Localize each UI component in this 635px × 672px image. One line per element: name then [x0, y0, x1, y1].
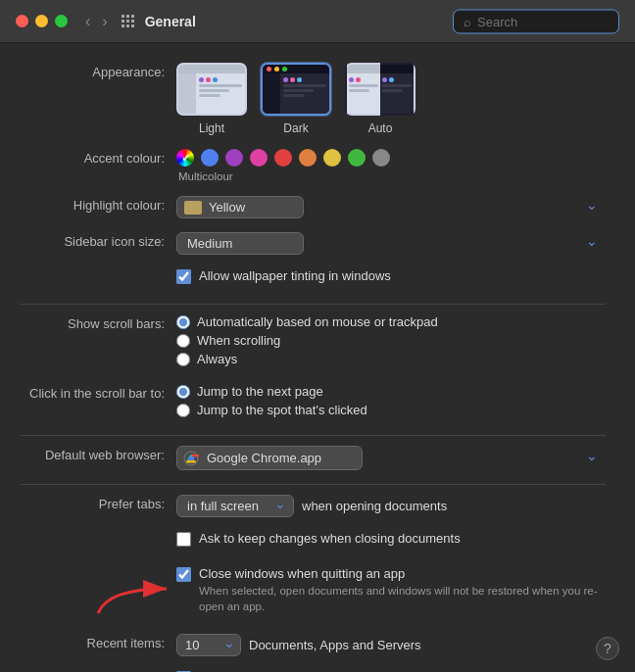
appearance-label-dark: Dark: [283, 121, 308, 135]
prefer-tabs-select[interactable]: in full screen always never: [176, 495, 294, 517]
default-web-browser-content: Google Chrome.app Safari Firefox: [176, 446, 606, 470]
appearance-label: Appearance:: [20, 63, 176, 79]
titlebar: ‹ › General ⌕: [0, 0, 635, 43]
click-spot-label: Jump to the spot that's clicked: [197, 403, 367, 417]
highlight-colour-select[interactable]: Yellow Blue Purple Pink Red Orange Green…: [176, 196, 304, 218]
highlight-colour-label: Highlight colour:: [20, 196, 176, 213]
recent-items-stepper-wrapper[interactable]: 5 10 15 20 30 50 None: [176, 634, 241, 656]
accent-colour-row: Accent colour: Multicolour: [20, 149, 606, 182]
default-web-browser-label: Default web browser:: [20, 446, 176, 462]
appearance-thumb-auto[interactable]: [345, 63, 415, 116]
accent-purple[interactable]: [225, 149, 243, 167]
sidebar-icon-size-select-wrapper[interactable]: Small Medium Large: [176, 232, 606, 255]
accent-graphite[interactable]: [372, 149, 390, 167]
separator-2: [20, 435, 606, 436]
accent-green[interactable]: [348, 149, 366, 167]
search-input[interactable]: [477, 14, 595, 28]
recent-items-suffix: Documents, Apps and Servers: [249, 638, 421, 652]
click-scroll-bar-row: Click in the scroll bar to: Jump to the …: [20, 384, 606, 421]
scroll-bars-always-row: Always: [176, 352, 606, 366]
appearance-option-light[interactable]: Light: [176, 63, 247, 135]
search-bar[interactable]: ⌕: [453, 9, 619, 33]
click-next-page-radio[interactable]: [176, 385, 190, 399]
sidebar-icon-size-label: Sidebar icon size:: [20, 232, 176, 249]
recent-items-row: Recent items: 5 10 15 20 30 50 None: [20, 634, 606, 656]
back-button[interactable]: ‹: [81, 11, 94, 32]
accent-blue[interactable]: [201, 149, 219, 167]
prefer-tabs-select-wrapper[interactable]: in full screen always never: [176, 495, 294, 517]
accent-pink[interactable]: [250, 149, 268, 167]
wallpaper-tinting-checkbox-row: Allow wallpaper tinting in windows: [176, 268, 606, 284]
accent-multicolour[interactable]: [176, 149, 194, 167]
ask-keep-changes-checkbox-row: Ask to keep changes when closing documen…: [176, 531, 606, 547]
scroll-bars-options: Automatically based on mouse or trackpad…: [176, 314, 606, 370]
prefer-tabs-label: Prefer tabs:: [20, 495, 176, 511]
scroll-bars-scrolling-radio[interactable]: [176, 334, 190, 348]
ask-keep-changes-row: Ask to keep changes when closing documen…: [20, 531, 606, 552]
window-title: General: [145, 14, 196, 29]
recent-items-select[interactable]: 5 10 15 20 30 50 None: [176, 634, 241, 656]
accent-colour-sublabel: Multicolour: [178, 170, 606, 182]
scroll-bars-auto-radio[interactable]: [176, 315, 190, 329]
click-next-page-row: Jump to the next page: [176, 384, 606, 399]
sidebar-icon-size-select[interactable]: Small Medium Large: [176, 232, 304, 255]
recent-items-inline: 5 10 15 20 30 50 None Documents, Apps an…: [176, 634, 606, 656]
close-windows-checkbox[interactable]: [176, 567, 191, 582]
traffic-lights: [16, 15, 68, 27]
accent-colour-label: Accent colour:: [20, 149, 176, 166]
separator-1: [20, 304, 606, 305]
appearance-option-auto[interactable]: Auto: [345, 63, 415, 135]
click-scroll-bar-label: Click in the scroll bar to:: [20, 384, 176, 401]
appearance-row: Appearance:: [20, 63, 606, 135]
accent-yellow[interactable]: [323, 149, 341, 167]
nav-buttons: ‹ ›: [81, 11, 112, 32]
recent-items-content: 5 10 15 20 30 50 None Documents, Apps an…: [176, 634, 606, 656]
click-next-page-label: Jump to the next page: [197, 384, 323, 399]
close-windows-checkbox-row: Close windows when quitting an app When …: [176, 566, 606, 614]
scroll-bars-auto-label: Automatically based on mouse or trackpad: [197, 314, 438, 329]
highlight-colour-select-wrapper[interactable]: Yellow Blue Purple Pink Red Orange Green…: [176, 196, 606, 218]
separator-3: [20, 484, 606, 485]
close-button[interactable]: [16, 15, 28, 27]
scroll-bars-scrolling-row: When scrolling: [176, 333, 606, 348]
highlight-colour-row: Highlight colour: Yellow Blue Purple Pin…: [20, 196, 606, 218]
ask-keep-changes-label: Ask to keep changes when closing documen…: [199, 531, 461, 546]
settings-content: Appearance:: [0, 43, 635, 672]
accent-orange[interactable]: [299, 149, 317, 167]
sidebar-icon-size-content: Small Medium Large: [176, 232, 606, 255]
prefer-tabs-row: Prefer tabs: in full screen always never…: [20, 495, 606, 517]
close-windows-sublabel: When selected, open documents and window…: [199, 583, 606, 614]
wallpaper-tinting-label: Allow wallpaper tinting in windows: [199, 268, 391, 283]
prefer-tabs-suffix: when opening documents: [302, 499, 447, 513]
wallpaper-tinting-checkbox[interactable]: [176, 269, 191, 284]
click-spot-radio[interactable]: [176, 404, 190, 417]
help-button[interactable]: ?: [596, 637, 619, 660]
sidebar-icon-size-row: Sidebar icon size: Small Medium Large: [20, 232, 606, 255]
maximize-button[interactable]: [55, 15, 68, 27]
scroll-bars-always-radio[interactable]: [176, 353, 190, 366]
accent-red[interactable]: [274, 149, 292, 167]
close-windows-label: Close windows when quitting an app: [199, 566, 606, 581]
scroll-bars-always-label: Always: [197, 352, 237, 366]
ask-keep-changes-checkbox[interactable]: [176, 532, 191, 547]
appearance-thumb-dark[interactable]: [261, 63, 331, 116]
appearance-label-light: Light: [199, 121, 224, 135]
prefer-tabs-inline: in full screen always never when opening…: [176, 495, 606, 517]
forward-button[interactable]: ›: [98, 11, 111, 32]
recent-items-label: Recent items:: [20, 634, 176, 650]
scroll-bars-label: Show scroll bars:: [20, 314, 176, 331]
appearance-label-auto: Auto: [368, 121, 393, 135]
appearance-options: Light: [176, 63, 606, 135]
scroll-bars-auto-row: Automatically based on mouse or trackpad: [176, 314, 606, 329]
click-scroll-bar-options: Jump to the next page Jump to the spot t…: [176, 384, 606, 421]
minimize-button[interactable]: [35, 15, 48, 27]
grid-icon[interactable]: [122, 15, 135, 28]
highlight-colour-content: Yellow Blue Purple Pink Red Orange Green…: [176, 196, 606, 218]
appearance-option-dark[interactable]: Dark: [261, 63, 331, 135]
default-web-browser-select[interactable]: Google Chrome.app Safari Firefox: [176, 446, 363, 470]
browser-select-wrapper[interactable]: Google Chrome.app Safari Firefox: [176, 446, 606, 470]
default-web-browser-row: Default web browser: Google Chrome.app: [20, 446, 606, 470]
appearance-thumb-light[interactable]: [176, 63, 247, 116]
wallpaper-tinting-row: Allow wallpaper tinting in windows: [20, 268, 606, 290]
accent-colour-options: [176, 149, 606, 167]
